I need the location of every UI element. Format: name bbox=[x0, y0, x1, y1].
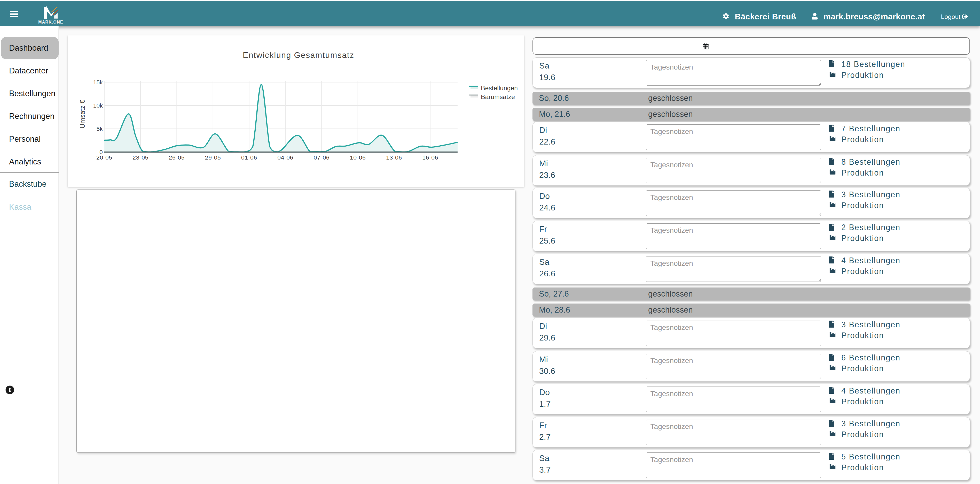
svg-text:29-05: 29-05 bbox=[205, 154, 221, 161]
svg-text:04-06: 04-06 bbox=[277, 154, 293, 161]
svg-text:07-06: 07-06 bbox=[314, 154, 330, 161]
svg-text:20-05: 20-05 bbox=[96, 154, 112, 161]
svg-text:Entwicklung Gesamtumsatz: Entwicklung Gesamtumsatz bbox=[243, 50, 354, 60]
svg-text:10-06: 10-06 bbox=[350, 154, 366, 161]
svg-text:10k: 10k bbox=[93, 102, 103, 109]
svg-text:15k: 15k bbox=[93, 79, 103, 86]
svg-text:Barumsätze: Barumsätze bbox=[481, 93, 515, 100]
svg-text:0: 0 bbox=[99, 149, 103, 155]
svg-text:Bestellungen: Bestellungen bbox=[481, 84, 518, 91]
svg-text:5k: 5k bbox=[97, 125, 103, 132]
svg-text:13-06: 13-06 bbox=[386, 154, 402, 161]
svg-text:23-05: 23-05 bbox=[132, 154, 148, 161]
svg-text:01-06: 01-06 bbox=[241, 154, 257, 161]
svg-text:Umsatz €: Umsatz € bbox=[78, 100, 86, 128]
svg-text:26-05: 26-05 bbox=[169, 154, 185, 161]
svg-text:16-06: 16-06 bbox=[422, 154, 438, 161]
